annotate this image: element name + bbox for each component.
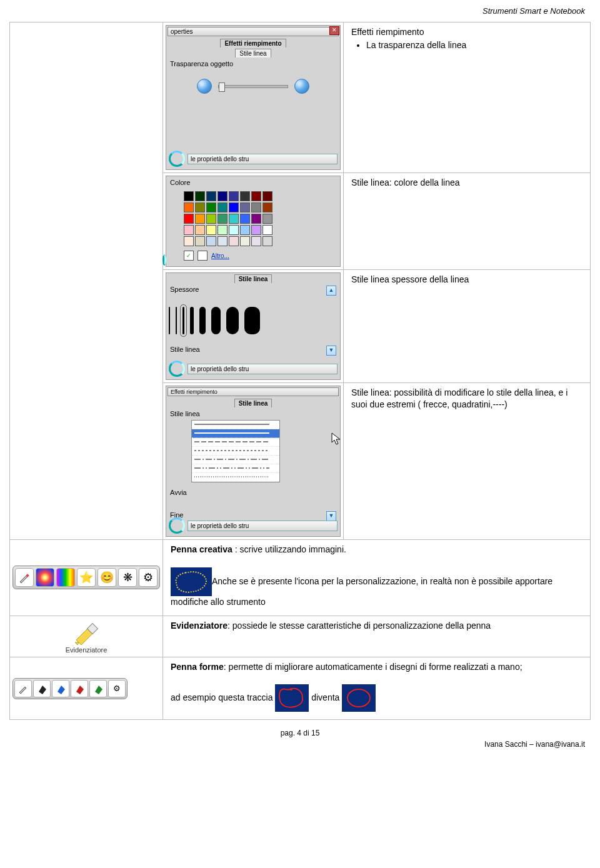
color-swatch[interactable]: [218, 236, 228, 246]
rainbow-blob-icon[interactable]: [36, 568, 54, 587]
freehand-shape-sample: [275, 684, 309, 712]
loading-icon: [169, 151, 185, 167]
shape-pen-red-icon[interactable]: [71, 680, 88, 697]
color-swatch[interactable]: [240, 214, 250, 224]
transparency-slider[interactable]: [218, 85, 288, 88]
panel-stile-linea: Effetti riempimento Stile linea Stile li…: [166, 386, 341, 537]
color-swatch[interactable]: [229, 202, 239, 212]
color-swatch[interactable]: [262, 236, 272, 246]
nocolor-checkbox[interactable]: ✓: [184, 251, 194, 261]
color-swatch[interactable]: [251, 236, 261, 246]
color-swatch[interactable]: [184, 236, 194, 246]
color-swatch[interactable]: [262, 225, 272, 235]
pen-icon[interactable]: [15, 568, 34, 587]
color-swatch[interactable]: [184, 214, 194, 224]
save-properties-button[interactable]: le proprietà dello stru: [188, 521, 338, 531]
desc-row3: Stile linea spessore della linea: [346, 272, 588, 291]
color-swatch[interactable]: [262, 214, 272, 224]
color-grid[interactable]: [184, 189, 340, 249]
desc-row2: Stile linea: colore della linea: [346, 176, 588, 194]
color-swatch[interactable]: [218, 225, 228, 235]
svg-point-10: [348, 689, 370, 707]
tab-stile-linea[interactable]: Stile linea: [234, 399, 272, 407]
thickness-options[interactable]: [166, 298, 340, 343]
color-swatch[interactable]: [262, 202, 272, 212]
tab-effetti-riempimento[interactable]: Effetti riempimento: [220, 39, 286, 47]
panel-effetti-riempimento: ✕ operties Effetti riempimento Stile lin…: [166, 25, 341, 170]
save-properties-button[interactable]: le proprietà dello stru: [188, 364, 338, 374]
gradient-icon[interactable]: [56, 568, 75, 587]
desc-penna-forme: Penna forme: permette di migliorare auto…: [166, 660, 588, 717]
gear-icon[interactable]: ⚙: [139, 568, 158, 587]
shape-pen-toolbar: ⚙: [12, 678, 128, 699]
color-swatch[interactable]: [229, 214, 239, 224]
smiley-icon[interactable]: 😊: [98, 568, 116, 587]
main-table: ✕ operties Effetti riempimento Stile lin…: [9, 22, 591, 720]
color-swatch[interactable]: [218, 191, 228, 201]
author-footer: Ivana Sacchi – ivana@ivana.it: [0, 740, 600, 749]
color-swatch[interactable]: [251, 191, 261, 201]
color-swatch[interactable]: [240, 236, 250, 246]
pen-icon[interactable]: [14, 680, 32, 697]
color-swatch[interactable]: [251, 214, 261, 224]
color-swatch[interactable]: [240, 202, 250, 212]
color-swatch[interactable]: [240, 191, 250, 201]
desc-row1: Effetti riempimento La trasparenza della…: [346, 25, 588, 56]
color-swatch[interactable]: [184, 225, 194, 235]
color-swatch[interactable]: [229, 191, 239, 201]
color-swatch[interactable]: [251, 225, 261, 235]
creative-pen-sample: [171, 567, 212, 596]
collapse-up-icon[interactable]: ▲: [326, 286, 336, 296]
color-swatch[interactable]: [195, 191, 205, 201]
more-colors-link[interactable]: Altro...: [211, 252, 229, 259]
shape-pen-green-icon[interactable]: [89, 680, 107, 697]
tab-stile-linea[interactable]: Stile linea: [234, 274, 272, 283]
tab-stile-linea[interactable]: Stile linea: [235, 49, 271, 57]
color-swatch[interactable]: [195, 236, 205, 246]
gear-icon[interactable]: ⚙: [108, 680, 126, 697]
color-swatch[interactable]: [195, 202, 205, 212]
label-spessore: Spessore: [170, 286, 199, 296]
color-swatch[interactable]: [206, 191, 216, 201]
color-swatch[interactable]: [195, 225, 205, 235]
label-stile-linea-bottom: Stile linea: [170, 346, 200, 356]
cursor-icon: [331, 432, 342, 446]
creative-pen-toolbar: ⭐ 😊 ❋ ⚙: [12, 566, 160, 589]
shape-pen-black-icon[interactable]: [33, 680, 51, 697]
collapse-down-icon[interactable]: ▼: [326, 346, 336, 356]
color-swatch[interactable]: [195, 214, 205, 224]
shape-pen-blue-icon[interactable]: [52, 680, 69, 697]
label-colore: Colore: [166, 176, 340, 189]
color-swatch[interactable]: [184, 202, 194, 212]
loading-icon: [162, 254, 166, 266]
flower-icon[interactable]: ❋: [118, 568, 137, 587]
color-swatch[interactable]: [206, 225, 216, 235]
panel-spessore: Stile linea Spessore ▲: [166, 272, 341, 380]
svg-point-9: [290, 688, 292, 691]
color-swatch[interactable]: [229, 225, 239, 235]
label-trasparenza: Trasparenza oggetto: [166, 57, 340, 70]
page-number: pag. 4 di 15: [0, 729, 600, 737]
panel-colore: Colore ✓ Altro...: [166, 176, 341, 267]
color-swatch[interactable]: [206, 202, 216, 212]
color-swatch[interactable]: [206, 236, 216, 246]
color-swatch[interactable]: [229, 236, 239, 246]
color-swatch[interactable]: [218, 214, 228, 224]
star-icon[interactable]: ⭐: [77, 568, 96, 587]
color-swatch[interactable]: [218, 202, 228, 212]
eyedropper-icon[interactable]: [198, 251, 208, 261]
evidenziatore-figure: Evidenziatore: [39, 619, 133, 654]
color-swatch[interactable]: [184, 191, 194, 201]
evidenziatore-label: Evidenziatore: [39, 646, 133, 654]
line-style-dropdown[interactable]: [191, 420, 280, 482]
highlighter-icon: [71, 621, 101, 646]
desc-evidenziatore: Evidenziatore: possiede le stesse caratt…: [166, 619, 588, 637]
close-icon[interactable]: ✕: [329, 26, 339, 35]
left-empty: [10, 22, 163, 540]
color-swatch[interactable]: [206, 214, 216, 224]
color-swatch[interactable]: [262, 191, 272, 201]
save-properties-button[interactable]: le proprietà dello stru: [188, 154, 338, 164]
color-swatch[interactable]: [251, 202, 261, 212]
color-swatch[interactable]: [240, 225, 250, 235]
label-avvia: Avvia: [166, 486, 340, 499]
